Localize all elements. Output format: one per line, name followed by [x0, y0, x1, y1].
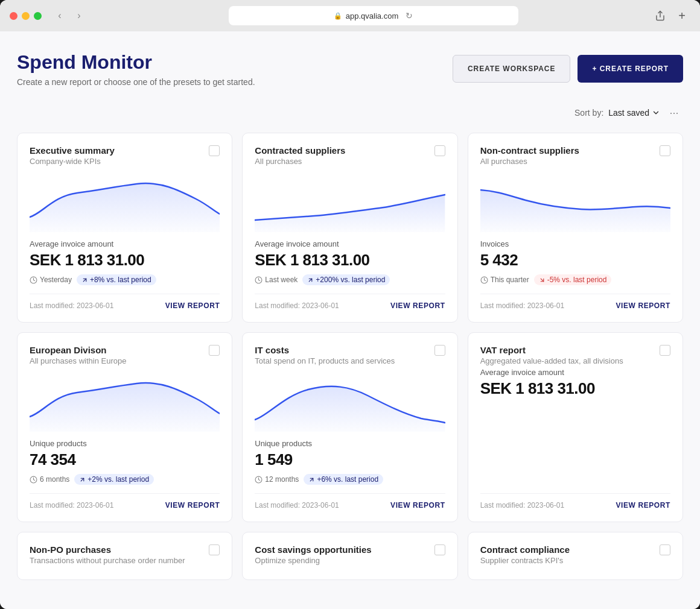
card-metric-value: SEK 1 813 31.00	[255, 251, 445, 270]
trend-badge: -5% vs. last period	[534, 274, 612, 285]
card-metric-value: SEK 1 813 31.00	[30, 251, 220, 270]
last-modified-label: Last modified: 2023-06-01	[30, 501, 113, 510]
maximize-button[interactable]	[34, 12, 42, 20]
url-text: app.qvalia.com	[346, 11, 398, 21]
trend-up-icon	[79, 476, 86, 483]
card-subtitle: All purchases	[255, 157, 345, 166]
report-card: European Divison All purchases within Eu…	[17, 332, 232, 522]
svg-line-2	[83, 279, 86, 282]
clock-icon	[255, 476, 262, 484]
card-checkbox[interactable]	[209, 544, 220, 555]
back-button[interactable]: ‹	[51, 7, 68, 24]
lock-icon: 🔒	[334, 12, 342, 20]
page-title-section: Spend Monitor Create a new report or cho…	[17, 51, 255, 87]
close-button[interactable]	[10, 12, 18, 20]
card-badges: 12 months +6% vs. last period	[255, 474, 445, 485]
trend-badge: +200% vs. last period	[302, 274, 390, 285]
card-footer: Last modified: 2023-06-01 VIEW REPORT	[480, 294, 670, 310]
last-modified-label: Last modified: 2023-06-01	[30, 301, 113, 310]
card-metric-label: Unique products	[30, 439, 220, 448]
view-report-link[interactable]: VIEW REPORT	[616, 301, 670, 310]
svg-line-8	[81, 478, 84, 481]
clock-icon	[30, 476, 37, 484]
card-title: Executive summary	[30, 145, 115, 156]
card-metric-label: Invoices	[480, 239, 670, 248]
time-badge: Yesterday	[30, 276, 72, 284]
card-header: VAT report Aggregated value-added tax, a…	[480, 345, 670, 365]
card-checkbox[interactable]	[209, 145, 220, 156]
sort-bar: Sort by: Last saved ···	[17, 104, 683, 122]
card-checkbox[interactable]	[660, 345, 670, 356]
browser-actions: +	[652, 7, 690, 24]
view-report-link[interactable]: VIEW REPORT	[616, 501, 670, 510]
report-card: Executive summary Company-wide KPIs Aver…	[17, 133, 232, 323]
view-report-link[interactable]: VIEW REPORT	[165, 301, 220, 310]
card-title: IT costs	[255, 345, 395, 355]
time-badge: Last week	[255, 276, 298, 284]
new-tab-icon[interactable]: +	[673, 7, 690, 24]
card-checkbox[interactable]	[660, 544, 670, 555]
forward-button[interactable]: ›	[71, 7, 88, 24]
card-badges: 6 months +2% vs. last period	[30, 474, 220, 485]
last-modified-label: Last modified: 2023-06-01	[480, 301, 564, 310]
card-header: Contract compliance Supplier contracts K…	[480, 544, 670, 565]
svg-line-10	[311, 478, 314, 481]
card-checkbox[interactable]	[660, 145, 670, 156]
card-checkbox[interactable]	[209, 345, 220, 356]
trend-up-icon	[81, 277, 88, 283]
report-card: IT costs Total spend on IT, products and…	[242, 332, 457, 522]
trend-up-icon	[307, 277, 314, 283]
svg-line-6	[541, 279, 544, 282]
page-title: Spend Monitor	[17, 51, 255, 74]
card-metric-label: Average invoice amount	[480, 368, 670, 377]
card-metric-label: Average invoice amount	[30, 239, 220, 248]
card-chart	[255, 178, 445, 232]
url-bar[interactable]: 🔒 app.qvalia.com ↻	[229, 6, 518, 25]
card-metric-value: SEK 1 813 31.00	[480, 379, 670, 398]
more-options-button[interactable]: ···	[665, 104, 683, 122]
traffic-lights	[10, 12, 42, 20]
report-card: Non-contract suppliers All purchases Inv…	[468, 133, 683, 323]
card-subtitle: Supplier contracts KPI's	[480, 556, 570, 565]
view-report-link[interactable]: VIEW REPORT	[390, 301, 445, 310]
browser-nav: ‹ ›	[51, 7, 88, 24]
card-metric-value: 5 432	[480, 251, 670, 270]
header-actions: CREATE WORKSPACE + CREATE REPORT	[453, 55, 683, 83]
create-workspace-button[interactable]: CREATE WORKSPACE	[453, 55, 571, 83]
card-header: Contracted suppliers All purchases	[255, 145, 445, 166]
view-report-link[interactable]: VIEW REPORT	[165, 501, 220, 510]
card-subtitle: Aggregated value-added tax, all division…	[480, 356, 623, 365]
clock-icon	[480, 276, 488, 284]
time-badge: 12 months	[255, 475, 299, 484]
clock-icon	[255, 276, 262, 284]
card-checkbox[interactable]	[434, 345, 445, 356]
clock-icon	[30, 276, 37, 284]
sort-dropdown[interactable]: Last saved	[608, 108, 660, 118]
minimize-button[interactable]	[22, 12, 30, 20]
share-icon[interactable]	[652, 7, 669, 24]
card-header: Non-PO purchases Transactions without pu…	[30, 544, 220, 565]
card-title: European Divison	[30, 345, 126, 355]
card-footer: Last modified: 2023-06-01 VIEW REPORT	[30, 294, 220, 310]
card-subtitle: All purchases	[480, 157, 579, 166]
card-chart	[30, 377, 220, 432]
sort-label: Sort by:	[574, 108, 603, 118]
page-subtitle: Create a new report or choose one of the…	[17, 77, 255, 87]
reload-icon[interactable]: ↻	[406, 11, 413, 21]
trend-up-icon	[308, 476, 315, 483]
card-checkbox[interactable]	[434, 544, 445, 555]
time-badge: 6 months	[30, 475, 69, 484]
card-title: Non-PO purchases	[30, 544, 185, 555]
report-card: Contract compliance Supplier contracts K…	[468, 532, 683, 580]
card-footer: Last modified: 2023-06-01 VIEW REPORT	[480, 493, 670, 510]
trend-badge: +8% vs. last period	[77, 274, 156, 285]
browser-window: ‹ › 🔒 app.qvalia.com ↻ +	[0, 0, 700, 609]
card-checkbox[interactable]	[434, 145, 445, 156]
card-metric-value: 74 354	[30, 450, 220, 469]
create-report-button[interactable]: + CREATE REPORT	[578, 55, 683, 83]
card-title: Cost savings opportunities	[255, 544, 371, 555]
view-report-link[interactable]: VIEW REPORT	[390, 501, 445, 510]
card-chart	[480, 178, 670, 232]
card-subtitle: Company-wide KPIs	[30, 157, 115, 166]
report-card: Cost savings opportunities Optimize spen…	[242, 532, 457, 580]
